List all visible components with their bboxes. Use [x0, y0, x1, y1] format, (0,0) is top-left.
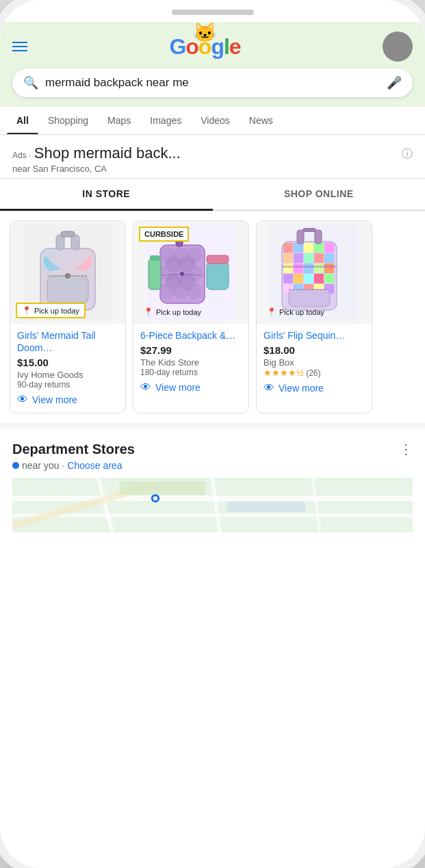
products-section: 📍 Pick up today Girls' Mermaid Tail Doom…: [0, 211, 425, 423]
svg-rect-52: [314, 274, 324, 283]
department-stores-section: Department Stores ⋮ near you · Choose ar…: [0, 423, 425, 541]
svg-rect-44: [283, 264, 293, 273]
google-logo: 🐱 Google: [169, 34, 240, 60]
dept-more-icon[interactable]: ⋮: [399, 441, 413, 457]
product-card-3[interactable]: 📍 Pick up today Girls' Flip Sequin… $18.…: [256, 220, 372, 413]
svg-point-28: [180, 272, 184, 276]
svg-rect-40: [294, 253, 303, 263]
svg-rect-45: [294, 264, 303, 273]
svg-rect-37: [314, 243, 324, 253]
tab-all[interactable]: All: [7, 107, 38, 134]
search-input[interactable]: [45, 76, 380, 90]
product-image-2: CURBSIDE 📍 Pick up today: [133, 221, 248, 324]
svg-rect-26: [207, 262, 229, 290]
tab-shopping[interactable]: Shopping: [38, 107, 98, 134]
product-name-3[interactable]: Girls' Flip Sequin…: [263, 329, 365, 342]
svg-rect-47: [314, 264, 324, 273]
avatar[interactable]: [383, 31, 413, 62]
svg-rect-48: [324, 264, 334, 273]
svg-rect-8: [61, 231, 75, 237]
svg-rect-62: [289, 290, 330, 307]
svg-point-24: [186, 283, 203, 299]
map-preview: [12, 478, 413, 533]
view-more-1[interactable]: 👁 View more: [17, 394, 118, 406]
ads-location: near San Francisco, CA: [12, 164, 413, 174]
svg-rect-64: [282, 266, 337, 268]
svg-rect-41: [304, 253, 313, 263]
product-price-1: $15.00: [17, 357, 118, 368]
ads-header: Ads · Shop mermaid back... ⓘ near San Fr…: [0, 135, 425, 179]
search-bar[interactable]: 🔍 🎤: [12, 68, 413, 97]
tab-videos[interactable]: Videos: [191, 107, 240, 134]
svg-rect-61: [302, 228, 316, 232]
svg-rect-60: [315, 230, 322, 244]
product-image-1: 📍 Pick up today: [10, 221, 125, 324]
svg-rect-5: [47, 276, 88, 303]
product-card-1[interactable]: 📍 Pick up today Girls' Mermaid Tail Doom…: [10, 220, 126, 413]
view-more-label-2[interactable]: View more: [155, 382, 201, 393]
svg-point-75: [153, 496, 157, 500]
ads-title: Shop mermaid back...: [34, 144, 181, 162]
tab-news[interactable]: News: [240, 107, 283, 134]
svg-rect-53: [324, 274, 334, 283]
view-more-label-3[interactable]: View more: [279, 383, 324, 394]
pin-icon-3: 📍: [267, 307, 276, 316]
pin-icon-1: 📍: [22, 306, 31, 315]
svg-rect-73: [227, 502, 305, 512]
menu-button[interactable]: [12, 42, 27, 51]
svg-rect-43: [324, 253, 334, 263]
svg-rect-30: [150, 255, 159, 261]
svg-rect-39: [283, 253, 293, 263]
dept-near-you: near you ·: [22, 460, 64, 471]
svg-rect-36: [304, 243, 313, 253]
product-info-1: Girls' Mermaid Tail Doom… $15.00 Ivy Hom…: [10, 324, 125, 413]
pickup-label-1: Pick up today: [34, 307, 79, 315]
svg-point-7: [65, 273, 70, 279]
search-bar-container: 🔍 🎤: [0, 68, 425, 107]
pickup-badge-1: 📍 Pick up today: [16, 303, 86, 318]
ads-info-icon[interactable]: ⓘ: [402, 147, 413, 162]
product-info-2: 6-Piece Backpack &… $27.99 The Kids Stor…: [133, 324, 248, 400]
screen: 🐱 Google 🔍 🎤 All Shopping Maps Images Vi…: [0, 22, 425, 541]
eye-icon-3: 👁: [263, 382, 274, 394]
curbside-badge: CURBSIDE: [139, 227, 189, 242]
dept-header: Department Stores ⋮: [12, 441, 413, 457]
pickup-label-2: Pick up today: [156, 308, 201, 316]
tab-in-store[interactable]: IN STORE: [0, 179, 213, 211]
product-price-2: $27.99: [140, 344, 242, 356]
doodle-icon: 🐱: [193, 22, 218, 45]
product-store-1: Ivy Home Goods: [17, 370, 118, 380]
rating-stars-3: ★★★★½: [263, 368, 304, 378]
product-name-1[interactable]: Girls' Mermaid Tail Doom…: [17, 329, 118, 354]
location-dot: [12, 462, 19, 469]
dept-subtitle: near you · Choose area: [12, 460, 413, 471]
product-store-3: Big Box: [263, 357, 365, 368]
svg-rect-29: [149, 259, 161, 290]
pickup-label-3: Pick up today: [279, 308, 324, 316]
eye-icon-2: 👁: [140, 381, 151, 394]
pickup-badge-3: 📍 Pick up today: [262, 305, 329, 318]
product-price-3: $18.00: [263, 344, 365, 356]
tab-shop-online[interactable]: SHOP ONLINE: [213, 179, 426, 209]
ads-label: Ads ·: [12, 151, 31, 160]
products-grid: 📍 Pick up today Girls' Mermaid Tail Doom…: [10, 220, 415, 413]
tab-maps[interactable]: Maps: [98, 107, 140, 134]
svg-rect-46: [304, 264, 313, 273]
svg-rect-51: [304, 274, 313, 283]
store-tabs: IN STORE SHOP ONLINE: [0, 179, 425, 211]
view-more-3[interactable]: 👁 View more: [263, 382, 365, 394]
product-returns-2: 180-day returns: [140, 368, 242, 377]
svg-rect-27: [207, 255, 229, 264]
mic-icon[interactable]: 🎤: [387, 75, 402, 90]
phone-notch: [172, 10, 254, 15]
svg-rect-49: [283, 274, 293, 283]
product-card-2[interactable]: CURBSIDE 📍 Pick up today 6-Piece Backpac…: [133, 220, 249, 413]
view-more-2[interactable]: 👁 View more: [140, 381, 242, 394]
choose-area-link[interactable]: Choose area: [67, 460, 122, 471]
tab-images[interactable]: Images: [140, 107, 191, 134]
product-name-2[interactable]: 6-Piece Backpack &…: [140, 329, 242, 342]
product-returns-1: 90-day returns: [17, 380, 118, 390]
view-more-label-1[interactable]: View more: [32, 394, 77, 405]
pickup-badge-2: 📍 Pick up today: [139, 305, 206, 318]
svg-rect-38: [324, 243, 334, 253]
